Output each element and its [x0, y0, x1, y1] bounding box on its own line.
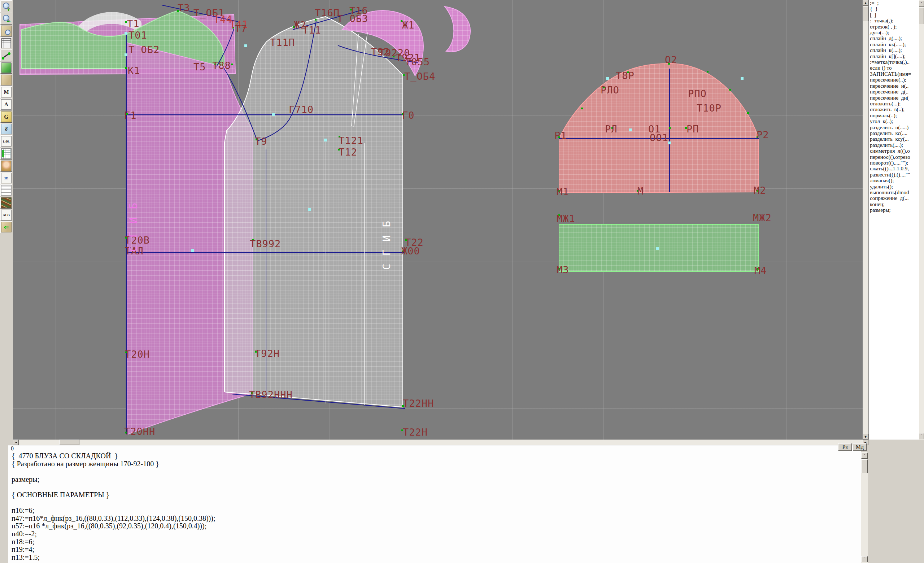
scroll-up-icon[interactable]: ▲: [862, 0, 868, 6]
command-item[interactable]: разделить кс(....: [869, 130, 919, 136]
scroll-left-icon[interactable]: ◄: [13, 440, 19, 445]
segment-tool-icon: [2, 51, 11, 60]
point-label: РЛО: [601, 85, 620, 95]
library-books-icon-button[interactable]: [0, 197, 12, 209]
command-item[interactable]: разделить н(.....): [869, 124, 919, 130]
export-pattern-icon-button[interactable]: ⇐: [0, 221, 12, 233]
command-item[interactable]: симметрия л((),о: [869, 148, 919, 154]
command-list-scrollbar[interactable]: ˄ ˅: [919, 0, 924, 440]
command-item[interactable]: разделить ксу(...: [869, 136, 919, 142]
scroll-up-icon[interactable]: ˄: [861, 452, 868, 459]
status-row: 0: [8, 445, 861, 452]
rz-button[interactable]: Рз: [838, 443, 852, 451]
canvas-vscrollbar[interactable]: ▲ ▼: [862, 0, 868, 440]
command-item[interactable]: сплайн к[](....);: [869, 53, 919, 59]
text-listing-icon-button[interactable]: [0, 184, 12, 196]
scroll-up-icon[interactable]: ˄: [919, 1, 924, 7]
md-button[interactable]: Мд: [853, 443, 867, 451]
point-label: Т11: [303, 25, 321, 35]
command-item[interactable]: отрезок( , );: [869, 24, 919, 30]
3d-view-icon-button[interactable]: 3D: [0, 172, 12, 184]
command-item[interactable]: сопряжение д(...: [869, 195, 919, 201]
size-table-icon-button[interactable]: [0, 148, 12, 160]
command-item[interactable]: :=метка(точка(,)..: [869, 59, 919, 65]
point-marker: [747, 112, 749, 114]
command-item[interactable]: пересечение н(..: [869, 83, 919, 89]
point-marker: [125, 21, 127, 23]
scroll-down-icon[interactable]: ▼: [862, 434, 868, 440]
command-item[interactable]: перенос((),отрезо: [869, 154, 919, 160]
point-label: М3: [556, 265, 569, 275]
command-item[interactable]: сплайн кк(.....);: [869, 42, 919, 47]
g-document-icon-button[interactable]: G: [0, 111, 12, 123]
command-item[interactable]: если () то: [869, 65, 919, 71]
zoom-in-icon-button[interactable]: +: [0, 0, 12, 12]
layout-map-icon: [1, 63, 12, 73]
command-item[interactable]: выполнить(dmod: [869, 189, 919, 195]
point-label: Т12: [339, 147, 357, 157]
algorithm-file-icon-button[interactable]: ALG: [0, 209, 12, 221]
model-document-icon-button[interactable]: M: [0, 86, 12, 98]
command-item[interactable]: конец;: [869, 201, 919, 207]
editor-scroll-thumb[interactable]: [861, 460, 868, 473]
command-item[interactable]: отложить в(..);: [869, 106, 919, 112]
drawing-canvas[interactable]: Т3Т_ОБ1Т44Т41Т1Т01Т_ОБ2К1Т5Т88Т7Т11ПЖ2Т1…: [13, 0, 862, 440]
highlight-marker: [606, 77, 609, 80]
i66-file-icon-button[interactable]: i_66.: [0, 135, 12, 147]
vscroll-thumb[interactable]: [862, 6, 868, 21]
command-item[interactable]: ломаная();: [869, 178, 919, 183]
digitizer-ruler-icon-button[interactable]: 8: [0, 123, 12, 135]
command-item[interactable]: := ;: [869, 0, 919, 6]
command-item[interactable]: удалить();: [869, 184, 919, 189]
point-marker: [669, 127, 670, 129]
editor-line: п18:=6;: [8, 538, 861, 546]
command-item[interactable]: [ ]: [869, 12, 919, 18]
program-text-editor[interactable]: { 4770 БЛУЗА СО СКЛАДКОЙ }{ Разработано …: [8, 452, 861, 563]
command-item[interactable]: отложить(...);: [869, 101, 919, 106]
grid-icon-button[interactable]: [0, 37, 12, 49]
command-item[interactable]: пересечение(..);: [869, 77, 919, 82]
zoom-out-icon-button[interactable]: −: [0, 13, 12, 24]
highlight-marker: [741, 77, 744, 80]
highlight-marker: [324, 139, 327, 141]
scroll-down-icon[interactable]: ˅: [919, 433, 924, 439]
export-pattern-icon: ⇐: [1, 222, 12, 232]
3d-view-icon: 3D: [1, 173, 12, 183]
algorithm-file-icon: ALG: [1, 210, 12, 220]
point-label: Т_ОБ2: [129, 45, 159, 54]
highlight-marker: [668, 141, 671, 144]
layout-map-icon-button[interactable]: [0, 62, 12, 73]
cmd-scroll-thumb[interactable]: [919, 7, 924, 24]
pattern-piece-icon-button[interactable]: [0, 74, 12, 86]
preview-pattern-icon-button[interactable]: [0, 25, 12, 37]
canvas-hscrollbar[interactable]: ◄ ►: [13, 440, 868, 445]
command-item[interactable]: :=точка(,);: [869, 18, 919, 24]
segment-tool-icon-button[interactable]: [0, 49, 12, 61]
command-item[interactable]: пересечение д(..: [869, 89, 919, 94]
command-item[interactable]: сжать(()..,1.1.0.9,: [869, 166, 919, 171]
command-item[interactable]: ЗАПИСАТЬ(имя=: [869, 71, 919, 77]
command-item[interactable]: размеры;: [869, 207, 919, 213]
editor-vscrollbar[interactable]: ˄ ˅: [861, 452, 868, 563]
point-label: СГИБ: [382, 187, 392, 270]
hscroll-thumb[interactable]: [59, 440, 80, 445]
editor-line: [8, 499, 861, 507]
command-item[interactable]: { }: [869, 6, 919, 12]
command-item[interactable]: дуга(...);: [869, 30, 919, 35]
command-item[interactable]: развести((),()...,"": [869, 172, 919, 178]
command-item[interactable]: угол к(..);: [869, 118, 919, 124]
editor-line: { 4770 БЛУЗА СО СКЛАДКОЙ }: [8, 452, 861, 460]
photo-icon: [1, 160, 12, 171]
library-books-icon: [1, 198, 12, 208]
drafting-tools-icon-button[interactable]: A: [0, 99, 12, 111]
point-label: К1: [128, 66, 140, 75]
editor-line: п13:=1.5;: [8, 554, 861, 562]
photo-icon-button[interactable]: [0, 160, 12, 172]
scroll-down-icon[interactable]: ˅: [861, 556, 868, 562]
command-item[interactable]: сплайн д(....);: [869, 35, 919, 41]
command-item[interactable]: сплайн к(....);: [869, 47, 919, 53]
command-item[interactable]: нормаль(..);: [869, 112, 919, 118]
command-item[interactable]: поворот((),...,"");: [869, 160, 919, 166]
command-item[interactable]: разделить(,...);: [869, 142, 919, 148]
command-item[interactable]: пересечение дн(: [869, 95, 919, 101]
